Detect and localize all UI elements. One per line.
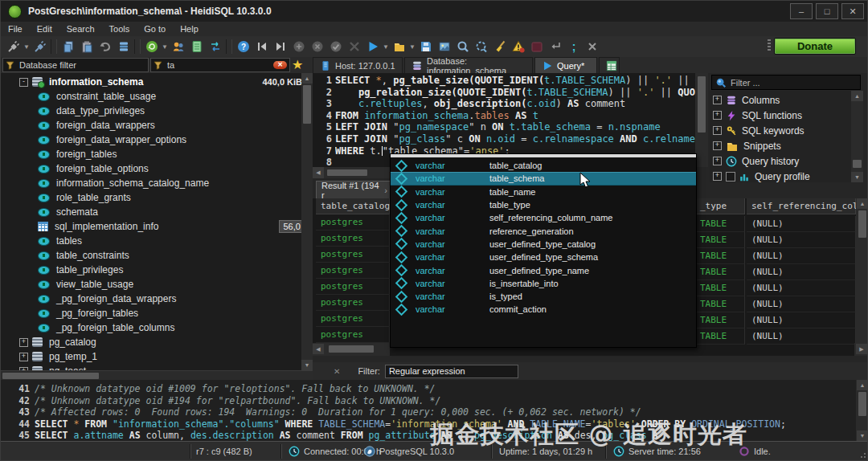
tree-item-foreign-tables[interactable]: foreign_tables xyxy=(1,147,301,161)
grid-cell[interactable]: postgres xyxy=(316,214,390,230)
tree-item-constraint-table-usage[interactable]: constraint_table_usage xyxy=(1,89,301,104)
tree-item-pg-foreign-table-columns[interactable]: _pg_foreign_table_columns xyxy=(1,320,301,335)
collapse-icon[interactable]: - xyxy=(19,78,28,87)
grid-cell-table-type[interactable]: TABLE xyxy=(695,232,745,248)
grid-cell-table-type[interactable]: TABLE xyxy=(695,216,745,232)
helper-tree[interactable]: +Columns+SQL functions+SQL keywords+Snip… xyxy=(710,91,851,182)
scroll-down-icon[interactable]: ▼ xyxy=(301,360,313,370)
paste-icon[interactable] xyxy=(77,38,96,55)
dropdown-caret-icon[interactable]: ▼ xyxy=(382,38,390,55)
grid-cell-null[interactable]: (NULL) xyxy=(747,328,856,345)
expand-icon[interactable]: + xyxy=(713,111,722,120)
grid-cell-table-type[interactable]: TABLE xyxy=(695,296,745,312)
grid-cell-null[interactable]: (NULL) xyxy=(747,280,856,296)
help-icon[interactable]: ? xyxy=(234,38,252,55)
tree-item-pg-foreign-data-wrappers[interactable]: _pg_foreign_data_wrappers xyxy=(1,292,301,306)
grid-cell-null[interactable]: (NULL) xyxy=(747,232,856,248)
database-object-tree[interactable]: -information_schema440,0 KiBconstraint_t… xyxy=(1,73,301,370)
menu-item-help[interactable]: Help xyxy=(173,23,206,35)
warn-icon[interactable] xyxy=(509,38,527,55)
grid-scroll-right-button[interactable]: ▶ xyxy=(854,343,868,356)
autocomplete-item-user-defined-type-catalog[interactable]: varcharuser_defined_type_catalog xyxy=(391,238,696,251)
maximize-button[interactable]: □ xyxy=(816,3,838,19)
autocomplete-item-commit-action[interactable]: varcharcommit_action xyxy=(391,303,696,316)
scroll-up-icon[interactable]: ▲ xyxy=(857,380,868,390)
tree-item-table-privileges[interactable]: table_privileges xyxy=(1,263,301,277)
tree-item-view-table-usage[interactable]: view_table_usage xyxy=(1,277,301,292)
autocomplete-dropdown[interactable]: varchartable_catalogvarchartable_schemav… xyxy=(390,153,697,348)
menu-item-go-to[interactable]: Go to xyxy=(137,23,173,35)
users-icon[interactable] xyxy=(169,38,187,55)
greenfile-icon[interactable] xyxy=(187,38,206,55)
scroll-up-icon[interactable]: ▲ xyxy=(851,91,863,101)
editor-vertical-scrollbar[interactable] xyxy=(695,73,708,167)
grid-cell[interactable]: postgres xyxy=(316,263,390,279)
autocomplete-item-user-defined-type-name[interactable]: varcharuser_defined_type_name xyxy=(391,263,696,276)
helper-item-snippets[interactable]: +Snippets xyxy=(710,138,851,153)
scroll-right-icon[interactable]: ▶ xyxy=(856,344,867,354)
scroll-up-icon[interactable]: ▲ xyxy=(857,198,868,209)
checkdim-icon[interactable] xyxy=(326,38,345,55)
replace-icon[interactable] xyxy=(472,38,490,55)
grid-cell-null[interactable]: (NULL) xyxy=(747,296,856,312)
play-icon[interactable] xyxy=(363,38,382,55)
xdim-icon[interactable] xyxy=(308,38,326,55)
tree-item-foreign-data-wrapper-options[interactable]: foreign_data_wrapper_options xyxy=(1,133,301,147)
menu-item-edit[interactable]: Edit xyxy=(30,23,59,35)
tree-item-information-schema[interactable]: -information_schema440,0 KiB xyxy=(1,75,301,89)
tree-item-foreign-table-options[interactable]: foreign_table_options xyxy=(1,161,301,176)
autocomplete-item-self-referencing-column-name[interactable]: varcharself_referencing_column_name xyxy=(391,211,696,224)
tree-vertical-scrollbar[interactable]: ▲ ▼ xyxy=(301,73,313,370)
wrap-icon[interactable] xyxy=(546,38,564,55)
helper-scrollbar[interactable]: ▲ ▼ xyxy=(851,91,863,182)
tree-item-sql-implementation-info[interactable]: sql_implementation_info56,0 KiB xyxy=(1,219,301,234)
undo-icon[interactable] xyxy=(96,38,114,55)
grid-cell-null[interactable]: (NULL) xyxy=(747,264,856,280)
scroll-down-icon[interactable]: ▼ xyxy=(851,172,863,182)
menu-item-file[interactable]: File xyxy=(1,23,30,35)
arrows-icon[interactable] xyxy=(206,38,224,55)
autocomplete-item-user-defined-type-schema[interactable]: varcharuser_defined_type_schema xyxy=(391,251,696,263)
table-filter-input[interactable]: ta ✕ xyxy=(150,58,290,72)
tree-item-schemata[interactable]: schemata xyxy=(1,205,301,219)
autocomplete-item-table-type[interactable]: varchartable_type xyxy=(391,198,696,211)
grid-cell[interactable]: postgres xyxy=(316,295,390,311)
find-icon[interactable] xyxy=(453,38,472,55)
plug-icon[interactable] xyxy=(4,38,23,55)
helper-filter-input[interactable]: Filter ... xyxy=(711,75,861,90)
scroll-up-icon[interactable]: ▲ xyxy=(301,73,313,84)
helper-item-query-profile[interactable]: +Query profile xyxy=(710,169,851,182)
expand-icon[interactable]: + xyxy=(19,353,28,361)
grid-cell-null[interactable]: (NULL) xyxy=(747,312,856,328)
dropdown-top-scrollbar[interactable] xyxy=(391,154,696,157)
tab-database-information-schema[interactable]: Database: information_schema xyxy=(404,57,533,73)
checkbox[interactable] xyxy=(726,172,735,182)
editor-horizontal-scrollbar[interactable]: ◀ xyxy=(313,167,390,178)
expand-icon[interactable]: + xyxy=(713,157,722,165)
grid-cell[interactable]: postgres xyxy=(316,247,390,263)
grid-cell-table-type[interactable]: TABLE xyxy=(695,264,745,280)
tree-item-pg-temp-1[interactable]: +pg_temp_1 xyxy=(1,349,301,364)
grid-horizontal-scrollbar[interactable]: ◀ xyxy=(313,343,390,356)
grid-cell[interactable]: postgres xyxy=(316,327,390,343)
donate-button[interactable]: Donate xyxy=(774,38,856,55)
grid-cell-null[interactable]: (NULL) xyxy=(747,248,856,264)
expand-icon[interactable]: + xyxy=(19,338,28,347)
autocomplete-item-table-name[interactable]: varchartable_name xyxy=(391,186,696,198)
clear-filter-icon[interactable]: ✕ xyxy=(273,61,287,69)
expand-icon[interactable]: + xyxy=(713,172,722,181)
expand-icon[interactable]: + xyxy=(713,141,722,150)
prev-icon[interactable] xyxy=(252,38,271,55)
semicolon-icon[interactable]: ; xyxy=(564,38,583,55)
tab-host-127-0-0-1[interactable]: Host: 127.0.0.1 xyxy=(313,57,403,73)
copy-icon[interactable] xyxy=(59,38,77,55)
tree-item-pg-catalog[interactable]: +pg_catalog xyxy=(1,335,301,349)
dropdown-caret-icon[interactable]: ▼ xyxy=(161,38,169,55)
favorites-star-icon[interactable]: ★ xyxy=(292,57,303,72)
server-icon[interactable] xyxy=(114,38,133,55)
autocomplete-item-table-schema[interactable]: varchartable_schema xyxy=(391,172,696,185)
dropdown-caret-icon[interactable]: ▼ xyxy=(408,38,416,55)
grid-cell[interactable]: postgres xyxy=(316,311,390,327)
result-tab[interactable]: Result #1 (194 r › xyxy=(316,181,393,198)
tree-item-role-table-grants[interactable]: role_table_grants xyxy=(1,190,301,205)
